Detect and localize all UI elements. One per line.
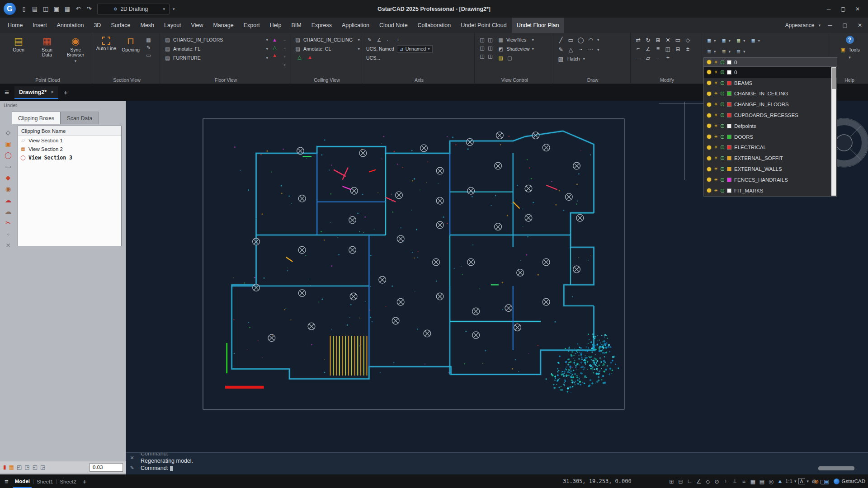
layer-lock-icon[interactable]: [721, 113, 724, 117]
chevron-down-icon[interactable]: ▾: [818, 23, 821, 28]
layer-on-icon[interactable]: [707, 70, 711, 74]
layer-lock-icon[interactable]: [721, 189, 724, 192]
stretch-icon[interactable]: ▭: [675, 37, 681, 43]
layer-lock-icon[interactable]: [721, 156, 724, 160]
cloud-icon[interactable]: ☁: [5, 208, 11, 215]
section-grid-icon[interactable]: ▦: [145, 37, 152, 43]
section-pen-icon[interactable]: ✎: [145, 44, 152, 51]
tab-close-icon[interactable]: ×: [51, 89, 54, 95]
layer-row[interactable]: ☀FIT_MARKS: [704, 185, 837, 196]
section-box-icon[interactable]: ▭: [145, 52, 152, 58]
region-icon[interactable]: ▫: [281, 53, 288, 60]
layer-freeze-icon[interactable]: ☀: [714, 70, 718, 75]
viewport-config-icon[interactable]: ◫: [479, 45, 486, 52]
block-insert-icon[interactable]: ▫: [281, 37, 288, 43]
spline-icon[interactable]: ~: [577, 46, 584, 52]
tab-clipping-boxes[interactable]: Clipping Boxes: [12, 112, 61, 124]
workspace-switcher[interactable]: ⚙ 2D Drafting ▾: [97, 4, 170, 14]
trim-icon[interactable]: ⌐: [635, 46, 642, 52]
sphere-icon[interactable]: ◉: [5, 185, 11, 192]
close-button[interactable]: ✕: [851, 4, 864, 14]
fillet-icon[interactable]: ±: [684, 46, 691, 52]
layer-properties-icon[interactable]: ≣▾: [706, 38, 716, 44]
transparency-icon[interactable]: ▦: [750, 478, 756, 485]
circle-icon[interactable]: ◯: [577, 37, 584, 43]
polyline-icon[interactable]: ▭: [567, 37, 574, 43]
layer-row[interactable]: ☀CUPBOARDS_RECESSES: [704, 110, 837, 121]
layer-lock-icon[interactable]: [721, 81, 724, 85]
ceiling-annot-green-icon[interactable]: △: [296, 54, 303, 60]
ucs-more-link[interactable]: UCS...: [366, 55, 380, 61]
chevron-down-icon[interactable]: ▾: [807, 479, 809, 483]
selection-cycling-icon[interactable]: ◎: [768, 478, 774, 485]
close-icon[interactable]: ✕: [130, 455, 134, 461]
move-icon[interactable]: ⇄: [635, 37, 642, 43]
chevron-down-icon[interactable]: ▾: [794, 479, 797, 483]
layer-freeze-icon[interactable]: ☀: [714, 145, 718, 150]
new-file-icon[interactable]: ▯: [19, 4, 29, 14]
cloud-delete-icon[interactable]: ☁: [5, 197, 11, 204]
clipping-box-row[interactable]: ▦View Section 2: [18, 145, 121, 153]
layer-freeze-icon[interactable]: ☀: [714, 124, 718, 128]
hatch-button[interactable]: ▨ Hatch ▾: [557, 55, 594, 63]
annotate-fl-dropdown[interactable]: ▤ Annotate: FL ▾: [164, 45, 268, 52]
layer-row[interactable]: ☀EXTERNAL_SOFFIT: [704, 153, 837, 164]
layer-freeze-icon[interactable]: ☀: [714, 81, 718, 85]
polar-icon[interactable]: ∠: [695, 478, 702, 485]
layer-row[interactable]: ☀BEAMS: [704, 78, 837, 89]
layer-row[interactable]: ☀CHANGE_IN_CEILING: [704, 89, 837, 99]
hatch-preview-icon[interactable]: ▨: [497, 55, 504, 61]
layer-freeze-icon[interactable]: ☀: [714, 135, 718, 139]
grid-style-icon[interactable]: ▦: [9, 464, 14, 470]
menu-tab-3d[interactable]: 3D: [89, 18, 106, 33]
clipping-box-row[interactable]: ◯View Section 3: [18, 153, 121, 162]
align-icon[interactable]: ▱: [645, 55, 651, 61]
menu-tab-layout[interactable]: Layout: [159, 18, 186, 33]
point-edit-icon[interactable]: ∙: [655, 55, 661, 61]
qat-customize-icon[interactable]: ▾: [173, 7, 175, 11]
grid-icon[interactable]: ⊞: [668, 478, 675, 485]
save-icon[interactable]: ◫: [41, 4, 51, 14]
layer-on-icon[interactable]: [707, 103, 711, 107]
save-all-icon[interactable]: ▣: [52, 4, 61, 14]
menu-tab-cloud-note[interactable]: Cloud Note: [374, 18, 413, 33]
layer-lock-icon[interactable]: [721, 178, 724, 182]
layer-color-swatch[interactable]: [727, 167, 731, 171]
image-attach-icon[interactable]: ▫: [281, 45, 288, 52]
gem-icon[interactable]: ◆: [6, 174, 11, 181]
layer-lock-icon[interactable]: [721, 92, 724, 95]
doc-restore-button[interactable]: ▢: [840, 21, 850, 30]
layer-lock-icon[interactable]: [721, 103, 724, 106]
viewport-box-icon[interactable]: ▢: [506, 55, 513, 61]
quick-properties-icon[interactable]: ▤: [759, 478, 765, 485]
print-icon[interactable]: ▦: [62, 4, 72, 14]
explode-icon[interactable]: ⊟: [675, 46, 681, 52]
clip-box-icon[interactable]: ▣: [5, 140, 11, 147]
scale-icon[interactable]: ◇: [684, 37, 691, 43]
layer-on-icon[interactable]: [707, 188, 711, 192]
floor-annot-red-icon[interactable]: ▲: [271, 52, 278, 58]
document-tab-drawing2[interactable]: Drawing2* ×: [14, 86, 58, 99]
viewport-config-icon[interactable]: ◫: [487, 37, 494, 44]
viewport-config-icon[interactable]: ◫: [479, 37, 486, 44]
polygon-icon[interactable]: △: [567, 46, 574, 53]
shadeview-dropdown[interactable]: ◩ Shadeview ▾: [497, 45, 534, 52]
layer-row[interactable]: ☀Defpoints: [704, 121, 837, 131]
doc-minimize-button[interactable]: ─: [825, 21, 835, 30]
menu-tab-view[interactable]: View: [186, 18, 208, 33]
change-in-ceiling-dropdown[interactable]: ▤ CHANGE_IN_CEILING ▾: [294, 36, 360, 43]
display-icon[interactable]: ▣: [823, 478, 830, 485]
scrollbar-thumb[interactable]: [832, 68, 836, 89]
layer-color-swatch[interactable]: [727, 124, 731, 128]
viewport-tr-icon[interactable]: ◳: [24, 464, 29, 470]
viewport-br-icon[interactable]: ◲: [40, 464, 45, 470]
menu-tab-undet-point-cloud[interactable]: Undet Point Cloud: [456, 18, 511, 33]
menu-icon[interactable]: ≡: [5, 478, 9, 485]
layer-lock-icon[interactable]: [721, 70, 724, 74]
layer-on-icon[interactable]: [707, 81, 711, 85]
viewport-tl-icon[interactable]: ◰: [17, 464, 22, 470]
ucs-dropdown[interactable]: ⊿ Unnamed ▾: [397, 45, 433, 53]
chevron-down-icon[interactable]: ▾: [597, 38, 599, 42]
layer-row[interactable]: ☀DOORS: [704, 131, 837, 142]
menu-tab-mesh[interactable]: Mesh: [135, 18, 159, 33]
